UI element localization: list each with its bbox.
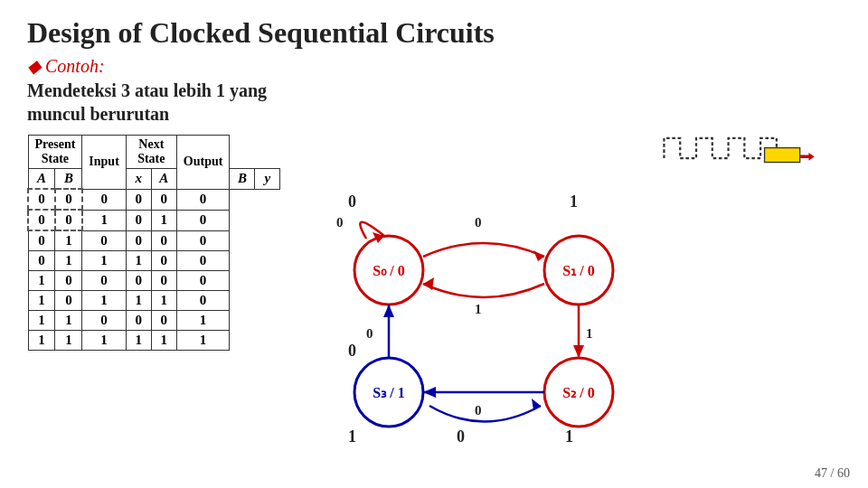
table-cell: 0 [176,210,230,230]
state-diagram: 0 1 0 0 1 1 S₀ / 0 S₁ / 0 S₃ / 1 [298,180,678,451]
description: Mendeteksi 3 atau lebih 1 yang muncul be… [27,79,841,126]
main-page: Design of Clocked Sequential Circuits Co… [0,0,868,488]
table-cell: 0 [126,210,151,230]
table-cell: 1 [126,291,151,311]
svg-text:0: 0 [336,215,344,230]
svg-marker-20 [423,387,436,398]
table-cell: 0 [151,230,176,251]
table-cell: 1 [55,251,82,271]
table-cell: 1 [126,331,151,351]
header-b1: B [55,169,82,190]
table-cell: 0 [55,291,82,311]
bullet-contoh: Contoh: [27,55,841,77]
svg-marker-21 [383,305,394,317]
desc-line1: Mendeteksi 3 atau lebih 1 yang [27,80,267,100]
table-cell: 1 [176,311,230,331]
table-cell: 1 [82,331,126,351]
table-cell: 0 [28,251,55,271]
table-cell: 0 [151,251,176,271]
table-cell: 1 [28,331,55,351]
header-output: Output [176,136,230,190]
page-number: 47 / 60 [815,466,850,481]
svg-text:0: 0 [475,215,482,230]
table-cell: 1 [82,210,126,230]
table-cell: 0 [126,230,151,251]
table-cell: 1 [55,331,82,351]
table-cell: 1 [28,311,55,331]
desc-line2: muncul berurutan [27,104,169,124]
svg-text:1: 1 [565,427,573,446]
table-cell: 0 [176,291,230,311]
table-cell: 0 [55,210,82,230]
table-cell: 0 [55,189,82,210]
table-cell: 0 [82,311,126,331]
table-cell: 1 [151,291,176,311]
diagram-area: 0 1 0 0 1 1 S₀ / 0 S₁ / 0 S₃ / 1 [298,126,841,469]
svg-text:1: 1 [475,302,482,316]
svg-text:0: 0 [457,427,465,446]
table-cell: 0 [176,251,230,271]
table-cell: 1 [28,291,55,311]
table-cell: 0 [55,271,82,291]
table-cell: 0 [176,271,230,291]
header-b2: B [230,169,255,190]
header-a2: A [151,169,176,190]
svg-text:1: 1 [586,326,593,341]
table-cell: 0 [28,210,55,230]
svg-rect-0 [765,148,800,163]
table-cell: 0 [82,189,126,210]
table-cell: 0 [82,230,126,251]
svg-text:1: 1 [348,427,356,446]
table-cell: 0 [126,271,151,291]
header-present-state: PresentState [28,136,82,169]
svg-marker-17 [423,277,434,290]
table-cell: 1 [28,271,55,291]
table-cell: 1 [55,230,82,251]
table-row: 001010 [28,210,280,230]
svg-text:S₀ / 0: S₀ / 0 [373,263,405,278]
table-cell: 1 [55,311,82,331]
table-cell: 0 [126,311,151,331]
header-a1: A [28,169,55,190]
table-cell: 0 [151,189,176,210]
table-cell: 0 [176,230,230,251]
table-cell: 0 [151,311,176,331]
table-row: 010000 [28,230,280,251]
header-next-state: NextState [126,136,176,169]
table-cell: 0 [82,271,126,291]
table-cell: 1 [151,210,176,230]
table-cell: 0 [28,189,55,210]
table-cell: 1 [82,251,126,271]
table-row: 011100 [28,251,280,271]
svg-text:0: 0 [348,192,356,211]
table-row: 101110 [28,291,280,311]
page-title: Design of Clocked Sequential Circuits [27,16,841,50]
svg-text:S₂ / 0: S₂ / 0 [563,385,595,400]
svg-text:1: 1 [570,192,578,211]
svg-text:S₃ / 1: S₃ / 1 [373,385,405,400]
table-cell: 0 [176,189,230,210]
table-cell: 1 [176,331,230,351]
header-input: Input [82,136,126,190]
svg-text:0: 0 [348,342,356,360]
table-cell: 1 [151,331,176,351]
table-cell: 1 [126,251,151,271]
table-cell: 0 [28,230,55,251]
table-row: 000000 [28,189,280,210]
table-cell: 1 [82,291,126,311]
svg-marker-19 [573,345,584,358]
svg-text:0: 0 [475,403,482,418]
svg-marker-1 [800,153,814,161]
table-row: 110001 [28,311,280,331]
table-row: 111111 [28,331,280,351]
table-cell: 0 [151,271,176,291]
truth-table: PresentState Input NextState Output A B … [27,135,280,351]
svg-marker-16 [533,250,544,261]
table-row: 100000 [28,271,280,291]
clock-signal [651,130,814,166]
svg-text:S₁ / 0: S₁ / 0 [563,263,595,278]
table-cell: 0 [126,189,151,210]
header-y: y [255,169,280,190]
content-area: PresentState Input NextState Output A B … [27,135,841,469]
header-x: x [126,169,151,190]
